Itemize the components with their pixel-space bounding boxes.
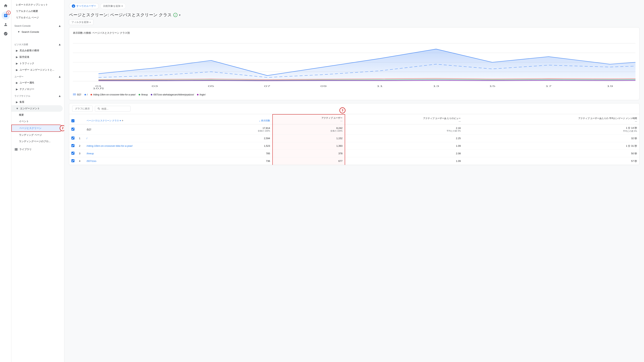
legend-login[interactable]: /login/ <box>197 93 206 96</box>
audience-nav-item[interactable] <box>2 20 10 29</box>
row4-checkbox-cell[interactable] <box>69 157 77 165</box>
sidebar-item-technology[interactable]: ▶ テクノロジー <box>11 86 63 92</box>
svg-rect-1 <box>16 148 16 151</box>
sidebar-item-engagement-section[interactable]: ▼ エンゲージメント <box>11 105 63 112</box>
total-checkbox-cell[interactable] <box>69 124 77 135</box>
row3-checkbox-cell[interactable] <box>69 150 77 157</box>
sidebar-item-landing-page[interactable]: ランディング ページ <box>11 132 63 138</box>
home-nav-item[interactable] <box>2 1 10 10</box>
realtime-overview-label: リアルタイムの概要 <box>16 9 38 13</box>
legend-riding[interactable]: /riding-10km-on-crossover-bike-for-a-yea… <box>90 93 136 96</box>
views-header[interactable]: ↓ 表示回数 <box>226 114 272 124</box>
legend-total[interactable]: 合計 <box>73 93 82 96</box>
row2-checkbox[interactable] <box>72 144 74 147</box>
section-header-lifecycle[interactable]: ライフサイクル ▲ <box>11 92 64 99</box>
path-dropdown-icon[interactable]: ▾ <box>120 119 121 122</box>
views-per-user-header: アクティブ ユーザーあ たりのビュー — <box>345 114 463 124</box>
sidebar-item-demographics[interactable]: ▶ ユーザー属性 <box>11 79 63 86</box>
total-views-cell: 17,814 全体の 100% <box>226 124 272 135</box>
search-input[interactable] <box>102 107 128 110</box>
chevron-up-icon-2: ▲ <box>58 43 61 46</box>
path-header[interactable]: ページパスとスクリーン クラス ▾ + <box>84 114 226 124</box>
legend-zoo[interactable]: /007/zoo-atwhatagecanchildrenjoyatzoo/ <box>151 93 194 96</box>
section-header-business-goals[interactable]: ビジネス目標 ▲ <box>11 41 64 47</box>
table-row: 3 /lineup 785 378 2.08 50 秒 <box>69 150 639 157</box>
row1-active-users: 1,152 <box>272 135 345 142</box>
select-all-header <box>69 114 77 124</box>
plus-icon: + <box>121 4 123 8</box>
row1-checkbox[interactable] <box>72 136 74 140</box>
show-chart-label: グラフに表示 <box>75 107 90 110</box>
arrow-right-icon-7: ▶ <box>16 100 18 104</box>
search-box[interactable] <box>95 106 130 111</box>
chevron-up-icon-4: ▲ <box>58 94 61 98</box>
table-toolbar: グラフに表示 <box>69 103 639 114</box>
views-per-user-sublabel: — <box>348 120 461 122</box>
legend-dot-login <box>197 94 198 95</box>
search-icon-table <box>97 107 100 110</box>
svg-rect-0 <box>15 148 15 151</box>
legend-dot-zoo <box>151 94 152 95</box>
sidebar-item-google-organic[interactable] <box>13 38 63 41</box>
row1-path[interactable]: / <box>84 135 226 142</box>
sidebar-item-engagement[interactable]: ▶ ユーザー エンゲージメントと... <box>11 67 63 73</box>
expand-icon: ▼ <box>18 30 20 33</box>
sidebar-item-acquisition[interactable]: ▶ 集客 <box>11 99 63 105</box>
tag-nav-item[interactable] <box>2 29 10 38</box>
all-users-segment-button[interactable]: g すべてのユーザー <box>69 3 99 9</box>
filter-add-button[interactable]: フィルタを追加 + <box>69 19 94 25</box>
table-row: 1 / 2,594 1,152 2.25 32 秒 <box>69 135 639 142</box>
total-checkbox[interactable] <box>72 128 74 131</box>
path-header-label: ページパスとスクリーン クラス <box>86 119 119 122</box>
legend-lineup[interactable]: /lineup <box>139 93 148 96</box>
total-label-cell: 合計 <box>84 124 226 135</box>
sidebar-item-overview[interactable]: 概要 <box>11 112 63 118</box>
arrow-right-icon-3: ▶ <box>16 62 18 65</box>
total-active-users-cell: 8,242 全体の 100% <box>272 124 345 135</box>
main-content: g すべてのユーザー 比較対象を追加 + ページとスクリーン: ページパスとスク… <box>64 0 644 362</box>
svg-text:03: 03 <box>152 85 158 87</box>
engagement-section-label: エンゲージメント <box>20 107 40 110</box>
total-engagement-value: 1 分 14 秒 <box>626 126 637 129</box>
chevron-up-icon: ▲ <box>58 24 61 28</box>
sidebar-item-search-console[interactable]: ▼ Search Console <box>13 29 63 35</box>
total-num-cell <box>77 124 84 135</box>
sidebar-item-lead-gen[interactable]: ▶ 見込み顧客の獲得 <box>11 47 63 54</box>
legend-root[interactable]: / <box>84 93 88 96</box>
library-label: ライブラリ <box>19 148 32 151</box>
select-all-checkbox[interactable] <box>72 119 74 122</box>
sidebar-item-realtime-overview[interactable]: リアルタイムの概要 <box>11 8 63 14</box>
sidebar-item-landing-page-blog[interactable]: ランディングページのブロ... <box>11 138 63 145</box>
sidebar-item-query[interactable] <box>13 35 63 38</box>
add-column-icon[interactable]: + <box>122 119 123 122</box>
sidebar-item-traffic[interactable]: ▶ トラフィック <box>11 60 63 67</box>
sidebar-item-sales[interactable]: ▶ 販売促進 <box>11 54 63 60</box>
data-table: ページパスとスクリーン クラス ▾ + ↓ 表示回数 アクティブ ユ <box>69 114 639 165</box>
section-header-search-console-label: Search Console <box>14 25 30 27</box>
table-row: 4 /007/zoo- 736 677 1.09 57 秒 <box>69 157 639 165</box>
row2-path[interactable]: /riding-10km-on-crossover-bike-for-a-yea… <box>84 142 226 150</box>
active-users-header: アクティブ ユーザー — 3 <box>272 114 345 124</box>
row3-checkbox[interactable] <box>72 152 74 155</box>
total-views-value: 17,814 <box>262 127 270 129</box>
dropdown-arrow-icon[interactable]: ▾ <box>179 13 180 17</box>
sidebar-item-snapshot[interactable]: レポートのスナップショット <box>11 1 63 8</box>
legend-zoo-label: /007/zoo-atwhatagecanchildrenjoyatzoo/ <box>153 93 194 96</box>
row4-checkbox[interactable] <box>72 159 74 162</box>
svg-text:10月: 10月 <box>92 87 104 89</box>
landing-page-blog-label: ランディングページのブロ... <box>19 140 50 143</box>
compare-button[interactable]: 比較対象を追加 + <box>100 3 126 9</box>
row2-checkbox-cell[interactable] <box>69 142 77 150</box>
section-header-search-console[interactable]: Search Console ▲ <box>11 22 64 29</box>
row1-checkbox-cell[interactable] <box>69 135 77 142</box>
realtime-page-label: リアルタイム ページ <box>16 16 39 19</box>
show-chart-button[interactable]: グラフに表示 <box>72 106 92 112</box>
sidebar-item-library[interactable]: ライブラリ <box>11 146 64 153</box>
sidebar-item-events[interactable]: イベント <box>11 118 63 125</box>
row4-path[interactable]: /007/zoo- <box>84 157 226 165</box>
row3-path[interactable]: /lineup <box>84 150 226 157</box>
analytics-nav-item[interactable]: 1 <box>2 11 10 20</box>
sidebar-item-pages-screens[interactable]: ページとスクリーン 2 <box>11 125 63 132</box>
section-header-users[interactable]: ユーザー ▲ <box>11 73 64 79</box>
sidebar-item-realtime-page[interactable]: リアルタイム ページ <box>11 14 63 21</box>
